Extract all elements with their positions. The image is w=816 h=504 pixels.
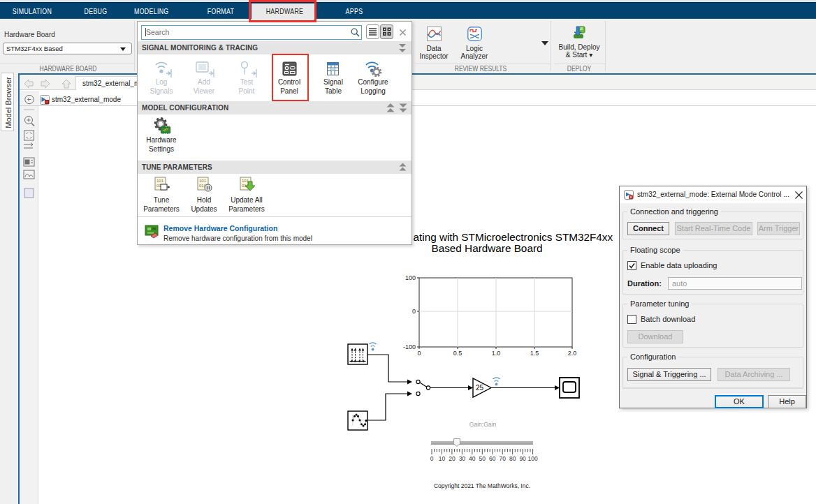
svg-text:70: 70	[499, 455, 506, 462]
svg-text:101: 101	[199, 179, 207, 183]
svg-text:2.0: 2.0	[568, 350, 577, 357]
svg-text:1.5: 1.5	[530, 350, 539, 357]
svg-text:80: 80	[509, 455, 516, 462]
svg-text:0: 0	[412, 308, 416, 315]
svg-text:100: 100	[528, 455, 538, 462]
svg-text:10: 10	[439, 455, 446, 462]
svg-text:100: 100	[405, 274, 416, 281]
svg-text:Gain:Gain: Gain:Gain	[469, 421, 497, 428]
svg-text:101: 101	[156, 179, 164, 183]
svg-text:20: 20	[449, 455, 456, 462]
svg-text:50: 50	[479, 455, 486, 462]
svg-text:1.0: 1.0	[492, 350, 501, 357]
svg-text:90: 90	[519, 455, 526, 462]
svg-text:60: 60	[489, 455, 496, 462]
svg-text:40: 40	[469, 455, 476, 462]
svg-text:0: 0	[430, 455, 434, 462]
svg-text:-100: -100	[403, 343, 416, 350]
svg-text:0: 0	[417, 350, 421, 357]
svg-text:0.5: 0.5	[453, 350, 462, 357]
svg-text:25: 25	[476, 384, 484, 392]
svg-text:30: 30	[459, 455, 466, 462]
